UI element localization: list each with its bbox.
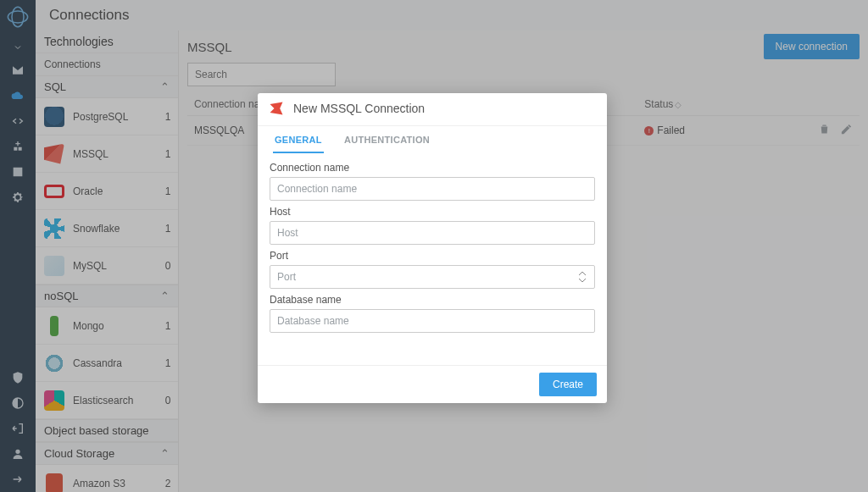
tab-authentication[interactable]: AUTHENTICATION — [342, 126, 431, 153]
modal-title: New MSSQL Connection — [293, 102, 425, 115]
input-database[interactable] — [270, 309, 595, 333]
label-host: Host — [270, 206, 595, 218]
chevron-down-icon[interactable] — [578, 277, 587, 284]
input-host[interactable] — [270, 221, 595, 245]
chevron-up-icon[interactable] — [578, 270, 587, 277]
tab-general[interactable]: GENERAL — [273, 126, 324, 153]
input-port[interactable] — [270, 265, 595, 289]
label-port: Port — [270, 250, 595, 262]
input-connection-name[interactable] — [270, 177, 595, 201]
mssql-icon — [268, 100, 285, 117]
new-connection-modal: New MSSQL Connection GENERAL AUTHENTICAT… — [258, 93, 607, 403]
create-button[interactable]: Create — [539, 373, 597, 396]
label-connection-name: Connection name — [270, 162, 595, 174]
port-stepper[interactable] — [578, 265, 590, 289]
label-database: Database name — [270, 294, 595, 306]
